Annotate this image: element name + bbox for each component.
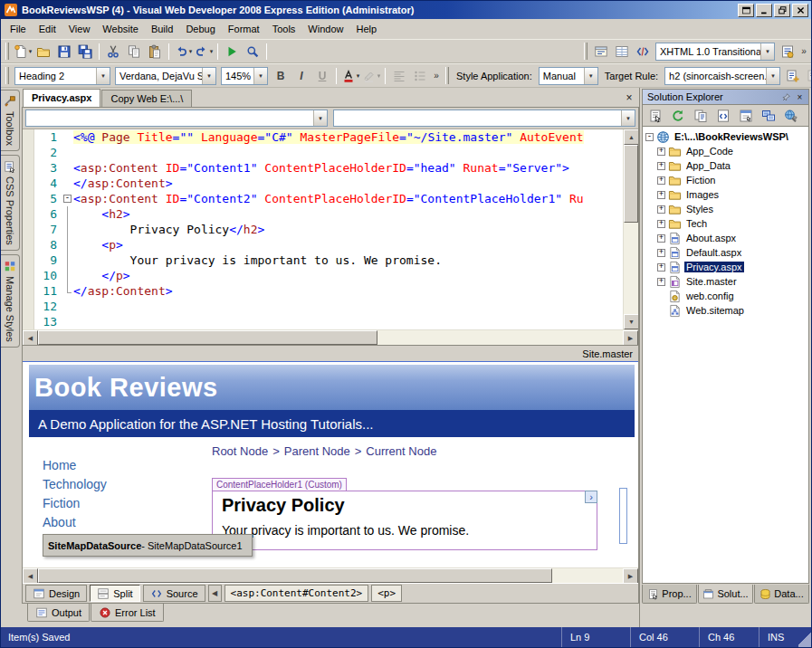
toolbar-grip[interactable]: [445, 67, 449, 84]
pin-button[interactable]: [779, 91, 793, 103]
attach-style-button[interactable]: [804, 66, 811, 86]
code-text[interactable]: <asp:Content ID="Content1" ContentPlaceH…: [73, 160, 623, 176]
chevron-down-icon[interactable]: ▼: [621, 110, 635, 126]
breadcrumb-current-node[interactable]: Current Node: [366, 444, 436, 458]
underline-button[interactable]: U: [312, 66, 332, 86]
expand-icon[interactable]: +: [657, 148, 665, 156]
tag-path-item[interactable]: <p>: [371, 585, 402, 602]
scroll-left-icon[interactable]: ◀: [23, 568, 38, 584]
code-text[interactable]: </asp:Content>: [73, 176, 623, 191]
collapse-toggle[interactable]: -: [63, 195, 72, 203]
highlight-button[interactable]: ▾: [361, 66, 381, 86]
toolbar-overflow-button[interactable]: »: [798, 42, 809, 62]
minimize-button[interactable]: [756, 4, 772, 17]
properties-button[interactable]: [645, 106, 665, 126]
tree-item-site-master[interactable]: +Site.master: [643, 274, 808, 289]
chevron-down-icon[interactable]: ▼: [760, 43, 774, 60]
resize-grip[interactable]: [798, 627, 811, 647]
chevron-down-icon[interactable]: ▾: [189, 48, 193, 55]
expand-icon[interactable]: +: [657, 278, 665, 286]
sidebar-tab-toolbox[interactable]: Toolbox: [1, 90, 20, 151]
chevron-down-icon[interactable]: ▼: [313, 110, 327, 126]
redo-button[interactable]: ▾: [194, 42, 214, 62]
panel-tab-prop[interactable]: Prop...: [642, 585, 697, 604]
paste-button[interactable]: [145, 42, 165, 62]
code-text[interactable]: [73, 314, 623, 329]
close-button[interactable]: [792, 4, 808, 17]
split-view-button[interactable]: Split: [90, 585, 139, 602]
vertical-scrollbar[interactable]: ▲ ▼: [623, 129, 638, 329]
tree-item-styles[interactable]: +Styles: [643, 202, 808, 216]
align-button[interactable]: [389, 66, 409, 86]
events-combo[interactable]: ▼: [333, 110, 635, 127]
tree-item-app-data[interactable]: +App_Data: [643, 158, 808, 173]
restore-button[interactable]: [774, 4, 790, 17]
document-tab-copy-web-e[interactable]: Copy Web E:\...\: [101, 90, 192, 107]
chevron-down-icon[interactable]: ▼: [766, 68, 779, 84]
bold-button[interactable]: B: [271, 66, 291, 86]
tag-path-item[interactable]: <asp:Content#Content2>: [224, 585, 369, 602]
new-page-button[interactable]: ▾: [13, 42, 33, 62]
code-text[interactable]: Your privacy is important to us. We prom…: [73, 253, 623, 268]
open-folder-button[interactable]: [33, 42, 53, 62]
scroll-right-icon[interactable]: ▶: [623, 330, 638, 346]
collapse-icon[interactable]: -: [645, 133, 654, 141]
design-horizontal-scrollbar[interactable]: ◀ ▶: [23, 567, 638, 583]
sidebar-tab-manage-styles[interactable]: Manage Styles: [1, 254, 20, 348]
expand-icon[interactable]: +: [657, 205, 665, 214]
chevron-down-icon[interactable]: ▾: [210, 48, 214, 55]
find-button[interactable]: [243, 42, 263, 62]
tree-item-privacy-aspx[interactable]: +Privacy.aspx: [643, 260, 808, 274]
new-style-button[interactable]: [783, 66, 803, 86]
tag-nav-left-arrow[interactable]: ◀: [208, 585, 222, 602]
chevron-down-icon[interactable]: ▼: [253, 68, 267, 84]
italic-button[interactable]: I: [291, 66, 311, 86]
panel-tab-data[interactable]: Data...: [754, 585, 809, 604]
tree-item-about-aspx[interactable]: +About.aspx: [643, 231, 808, 245]
scroll-right-icon[interactable]: ▶: [623, 568, 638, 584]
list-button[interactable]: [410, 66, 430, 86]
code-text[interactable]: </p>: [73, 268, 623, 283]
font-color-button[interactable]: ▾: [340, 66, 360, 86]
target-rule-combo[interactable]: h2 (sinorcaish-screen.cs▼: [664, 67, 780, 85]
menu-view[interactable]: View: [62, 21, 97, 37]
nav-link-home[interactable]: Home: [43, 459, 208, 472]
chevron-down-icon[interactable]: ▾: [357, 72, 360, 80]
code-text[interactable]: </asp:Content>: [73, 283, 623, 299]
chevron-down-icon[interactable]: ▼: [202, 68, 215, 84]
nest-files-button[interactable]: [691, 106, 711, 126]
client-objects-combo[interactable]: ▼: [25, 110, 328, 127]
chevron-down-icon[interactable]: ▾: [29, 48, 33, 55]
save-all-button[interactable]: [75, 42, 95, 62]
expand-icon[interactable]: +: [657, 162, 665, 170]
code-text[interactable]: <asp:Content ID="Content2" ContentPlaceH…: [73, 191, 623, 206]
view-code-button[interactable]: [713, 106, 733, 126]
cut-button[interactable]: [103, 42, 123, 62]
doctype-combo[interactable]: XHTML 1.0 Transitional▼: [655, 43, 775, 61]
menu-file[interactable]: File: [4, 21, 33, 37]
scroll-track[interactable]: [38, 568, 623, 583]
copy-website-button[interactable]: [759, 106, 779, 126]
toolbar-grip[interactable]: [584, 43, 588, 60]
tree-item-images[interactable]: +Images: [643, 187, 808, 202]
close-button[interactable]: ×: [793, 91, 807, 103]
breadcrumb-root-node[interactable]: Root Node: [212, 444, 268, 458]
toolbar-overflow-button[interactable]: »: [431, 66, 442, 86]
sidebar-tab-css-properties[interactable]: CSS Properties: [1, 155, 20, 251]
document-tab-privacy-aspx[interactable]: Privacy.aspx: [23, 89, 100, 107]
menu-format[interactable]: Format: [222, 21, 266, 37]
save-button[interactable]: [54, 42, 74, 62]
expand-icon[interactable]: +: [657, 234, 665, 243]
menu-website[interactable]: Website: [96, 21, 145, 37]
contentplaceholder-label[interactable]: ContentPlaceHolder1 (Custom): [212, 478, 347, 491]
menu-edit[interactable]: Edit: [33, 21, 62, 37]
scroll-thumb[interactable]: [38, 330, 377, 345]
chevron-down-icon[interactable]: ▾: [377, 72, 381, 80]
tree-item-default-aspx[interactable]: +Default.aspx: [643, 245, 808, 260]
tree-item-web-config[interactable]: web.config: [643, 289, 808, 303]
undo-button[interactable]: ▾: [173, 42, 193, 62]
code-text[interactable]: [73, 145, 623, 160]
expand-icon[interactable]: +: [657, 263, 665, 272]
nav-link-fiction[interactable]: Fiction: [43, 497, 208, 510]
tree-item-fiction[interactable]: +Fiction: [643, 173, 808, 187]
